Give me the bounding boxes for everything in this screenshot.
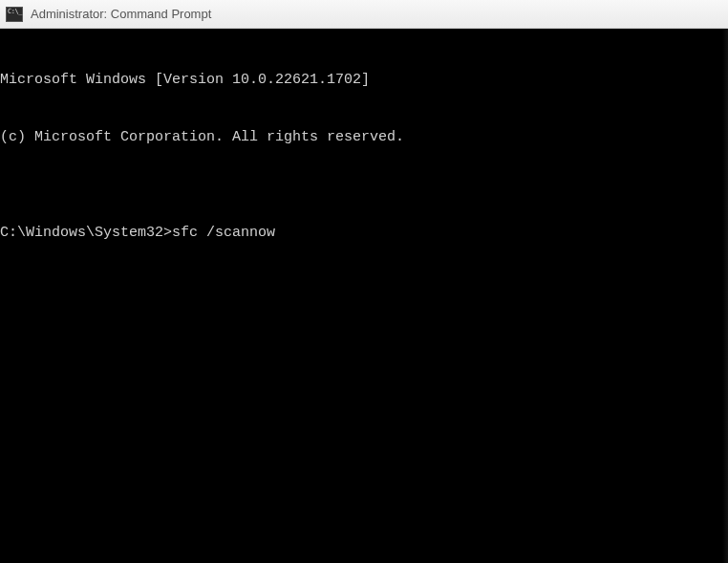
cmd-icon: [6, 7, 23, 22]
terminal-area[interactable]: Microsoft Windows [Version 10.0.22621.17…: [0, 29, 728, 563]
prompt-line: C:\Windows\System32>sfc /scannow: [0, 224, 728, 243]
prompt-path: C:\Windows\System32>: [0, 224, 172, 243]
window-title: Administrator: Command Prompt: [31, 7, 211, 21]
command-input[interactable]: sfc /scannow: [172, 224, 275, 243]
terminal-line: (c) Microsoft Corporation. All rights re…: [0, 128, 728, 147]
window-titlebar[interactable]: Administrator: Command Prompt: [0, 0, 728, 29]
terminal-line: Microsoft Windows [Version 10.0.22621.17…: [0, 71, 728, 90]
